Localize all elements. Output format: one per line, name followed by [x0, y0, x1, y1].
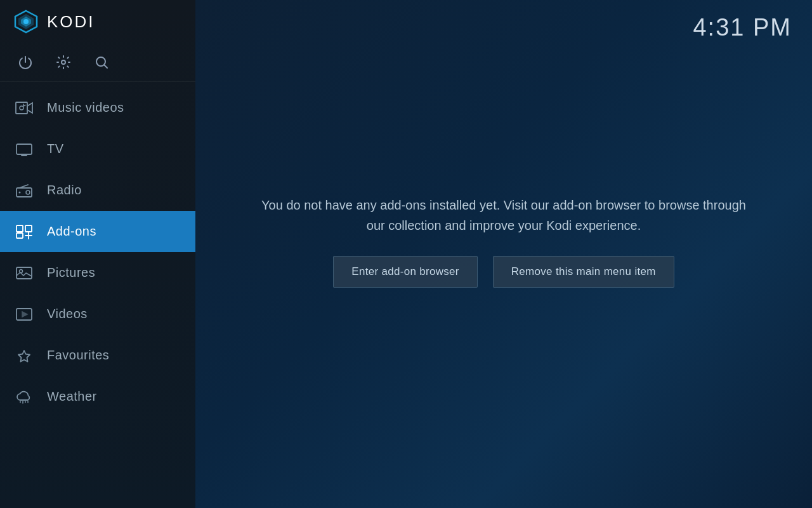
power-button[interactable] — [18, 55, 33, 70]
main-content: 4:31 PM You do not have any add-ons inst… — [195, 0, 812, 508]
svg-rect-16 — [16, 233, 23, 238]
nav-menu: Music videos TV — [0, 87, 195, 508]
content-area: You do not have any add-ons installed ye… — [206, 195, 802, 288]
sidebar-item-radio[interactable]: Radio — [0, 170, 195, 211]
radio-icon — [13, 179, 36, 202]
app-header: KODI — [0, 0, 195, 43]
svg-rect-8 — [16, 144, 32, 154]
sidebar-item-videos[interactable]: Videos — [0, 293, 195, 335]
time-display: 4:31 PM — [693, 14, 792, 41]
sidebar-item-tv[interactable]: TV — [0, 128, 195, 170]
weather-icon — [13, 385, 36, 408]
svg-rect-15 — [25, 225, 32, 232]
videos-icon — [13, 303, 36, 326]
svg-point-13 — [19, 191, 21, 193]
svg-rect-14 — [16, 225, 23, 232]
addons-icon — [13, 220, 36, 243]
sidebar-item-add-ons[interactable]: Add-ons — [0, 211, 195, 252]
settings-button[interactable] — [56, 55, 71, 70]
svg-rect-17 — [16, 267, 32, 279]
svg-point-4 — [62, 60, 65, 64]
tv-label: TV — [47, 142, 64, 156]
app-title: KODI — [47, 12, 95, 32]
music-videos-icon — [13, 97, 36, 119]
kodi-logo-icon — [13, 8, 39, 35]
addons-label: Add-ons — [47, 224, 96, 239]
sidebar-item-music-videos[interactable]: Music videos — [0, 87, 195, 128]
favourites-icon — [13, 344, 36, 367]
sidebar-item-pictures[interactable]: Pictures — [0, 252, 195, 293]
enter-addon-browser-button[interactable]: Enter add-on browser — [333, 256, 477, 288]
pictures-icon — [13, 262, 36, 284]
favourites-label: Favourites — [47, 348, 109, 363]
pictures-label: Pictures — [47, 265, 95, 280]
svg-point-12 — [26, 190, 30, 194]
sidebar-divider — [0, 81, 195, 82]
tv-icon — [13, 138, 36, 161]
videos-label: Videos — [47, 307, 88, 321]
remove-menu-item-button[interactable]: Remove this main menu item — [493, 256, 674, 288]
sidebar-item-weather[interactable]: Weather — [0, 376, 195, 417]
sidebar: KODI — [0, 0, 195, 508]
music-videos-label: Music videos — [47, 100, 124, 115]
toolbar — [0, 43, 195, 81]
svg-rect-6 — [16, 102, 27, 114]
svg-point-7 — [20, 106, 23, 110]
search-button[interactable] — [94, 55, 109, 70]
info-message: You do not have any add-ons installed ye… — [256, 195, 751, 236]
sidebar-item-favourites[interactable]: Favourites — [0, 335, 195, 376]
weather-label: Weather — [47, 389, 97, 404]
radio-label: Radio — [47, 183, 82, 197]
action-buttons: Enter add-on browser Remove this main me… — [333, 256, 674, 288]
svg-point-3 — [23, 19, 29, 24]
